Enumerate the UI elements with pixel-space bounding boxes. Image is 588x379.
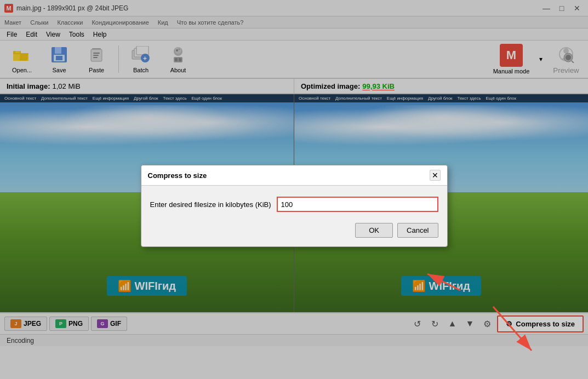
filesize-input[interactable] <box>277 197 438 212</box>
dialog-input-row: Enter desired filesize in kilobytes (KiB… <box>150 197 438 212</box>
compress-dialog: Compress to size ✕ Enter desired filesiz… <box>141 165 448 247</box>
dialog-title-bar: Compress to size ✕ <box>141 165 447 186</box>
dialog-close-button[interactable]: ✕ <box>430 170 441 181</box>
dialog-buttons: OK Cancel <box>150 223 438 238</box>
dialog-overlay: Compress to size ✕ Enter desired filesiz… <box>0 0 588 379</box>
dialog-body: Enter desired filesize in kilobytes (KiB… <box>141 186 447 246</box>
dialog-input-label: Enter desired filesize in kilobytes (KiB… <box>150 200 271 209</box>
dialog-title: Compress to size <box>148 171 207 180</box>
dialog-ok-button[interactable]: OK <box>355 223 393 238</box>
dialog-cancel-button[interactable]: Cancel <box>397 223 438 238</box>
